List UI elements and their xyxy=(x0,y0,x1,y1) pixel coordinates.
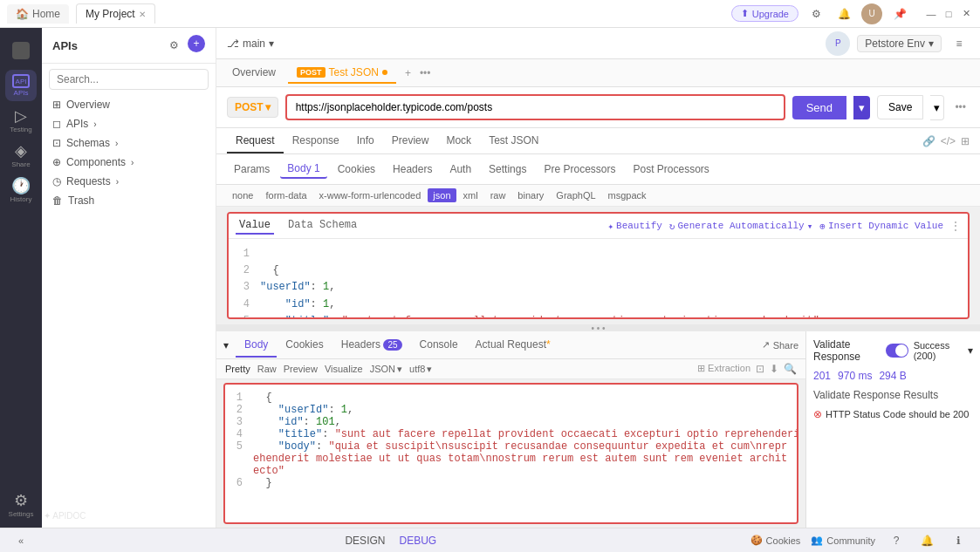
footer-info-icon[interactable]: ℹ xyxy=(949,530,970,551)
tab-add-btn[interactable]: + xyxy=(400,65,416,81)
send-dropdown-button[interactable]: ▾ xyxy=(853,96,870,119)
format-none[interactable]: none xyxy=(227,188,258,202)
url-more-button[interactable]: ••• xyxy=(951,98,970,117)
sidebar-icon-history[interactable]: 🕐 History xyxy=(5,174,37,206)
editor-more[interactable]: ⋮ xyxy=(950,220,961,233)
respfmt-visualize[interactable]: Visualize xyxy=(325,364,363,374)
format-raw[interactable]: raw xyxy=(485,188,511,202)
sidebar-icon-home[interactable] xyxy=(5,35,37,66)
expand-icon[interactable]: ⊞ xyxy=(961,135,970,147)
minimize-btn[interactable]: — xyxy=(924,7,938,21)
subtab-testjson[interactable]: Test JSON xyxy=(480,129,547,153)
footer-community-link[interactable]: 👥 Community xyxy=(811,535,875,546)
sidebar-item-trash[interactable]: 🗑 Trash xyxy=(42,191,216,210)
sidebar-icon-settings[interactable]: ⚙ Settings xyxy=(5,489,37,521)
panel-divider[interactable]: • • • xyxy=(216,324,980,331)
respfmt-pretty[interactable]: Pretty xyxy=(225,364,250,374)
generate-button[interactable]: ↻ Generate Automatically ▾ xyxy=(669,221,812,232)
respfmt-preview[interactable]: Preview xyxy=(284,364,318,374)
resptab-headers[interactable]: Headers 25 xyxy=(332,333,411,358)
close-btn[interactable]: ✕ xyxy=(959,7,973,21)
format-graphql[interactable]: GraphQL xyxy=(551,188,600,202)
notification-icon-btn[interactable]: 🔔 xyxy=(833,3,854,24)
link-icon[interactable]: 🔗 xyxy=(922,135,935,147)
tab-home[interactable]: 🏠 Home xyxy=(7,4,69,24)
footer-cookies-link[interactable]: 🍪 Cookies xyxy=(750,535,801,546)
footer-bell-icon[interactable]: 🔔 xyxy=(917,530,938,551)
footer-collapse-btn[interactable]: « xyxy=(10,530,31,551)
respfmt-utf8[interactable]: utf8 ▾ xyxy=(409,364,432,375)
bodytab-settings[interactable]: Settings xyxy=(482,160,533,178)
subtab-preview[interactable]: Preview xyxy=(383,129,438,153)
format-formdata[interactable]: form-data xyxy=(260,188,312,202)
subtab-request[interactable]: Request xyxy=(227,129,284,153)
url-input[interactable] xyxy=(285,94,785,120)
insert-button[interactable]: ⊕ Insert Dynamic Value xyxy=(819,221,943,232)
respfmt-json[interactable]: JSON ▾ xyxy=(370,364,402,375)
sidebar-item-apis[interactable]: ◻ APIs › xyxy=(42,114,216,133)
maximize-btn[interactable]: □ xyxy=(942,7,956,21)
respfmt-raw[interactable]: Raw xyxy=(257,364,277,374)
bodytab-cookies[interactable]: Cookies xyxy=(331,160,382,178)
bodytab-headers[interactable]: Headers xyxy=(386,160,439,178)
settings-icon-btn[interactable]: ⚙ xyxy=(805,3,826,24)
format-msgpack[interactable]: msgpack xyxy=(603,188,652,202)
tab-testjson[interactable]: POST Test JSON xyxy=(288,63,396,84)
send-button[interactable]: Send xyxy=(792,96,846,119)
save-button[interactable]: Save xyxy=(877,95,923,119)
pin-icon-btn[interactable]: 📌 xyxy=(889,3,910,24)
editortab-value[interactable]: Value xyxy=(236,217,274,235)
footer-nav-debug[interactable]: DEBUG xyxy=(399,535,436,547)
upgrade-button[interactable]: ⬆ Upgrade xyxy=(731,5,798,22)
resptab-body[interactable]: Body xyxy=(236,333,277,358)
resptab-cookies[interactable]: Cookies xyxy=(277,333,332,358)
tab-myproject[interactable]: My Project ✕ xyxy=(76,3,155,24)
footer-nav-design[interactable]: DESIGN xyxy=(345,535,385,547)
share-button[interactable]: ↗ Share xyxy=(755,336,805,354)
toolbar-more-icon[interactable]: ≡ xyxy=(949,33,970,54)
resp-collapse-icon[interactable]: ▾ xyxy=(216,336,236,355)
tab-more-btn[interactable]: ••• xyxy=(420,67,431,79)
format-json[interactable]: json xyxy=(428,188,456,202)
resptab-actualrequest[interactable]: Actual Request* xyxy=(467,333,559,358)
subtab-mock[interactable]: Mock xyxy=(437,129,480,153)
subtab-info[interactable]: Info xyxy=(348,129,383,153)
beautify-button[interactable]: ✦ Beautify xyxy=(607,221,661,232)
search-resp-icon[interactable]: 🔍 xyxy=(784,363,797,375)
code-icon[interactable]: </> xyxy=(941,135,956,147)
sidebar-item-overview[interactable]: ⊞ Overview xyxy=(42,95,216,114)
resptab-console[interactable]: Console xyxy=(411,333,467,358)
footer-help-icon[interactable]: ? xyxy=(886,530,907,551)
editortab-schema[interactable]: Data Schema xyxy=(284,217,360,235)
tab-close-icon[interactable]: ✕ xyxy=(139,10,146,19)
bodytab-postprocessors[interactable]: Post Processors xyxy=(627,160,716,178)
bodytab-auth[interactable]: Auth xyxy=(442,160,478,178)
save-dropdown-button[interactable]: ▾ xyxy=(930,95,944,120)
subtab-response[interactable]: Response xyxy=(284,129,348,153)
branch-selector[interactable]: ⎇ main ▾ xyxy=(227,37,274,50)
bodytab-preprocessors[interactable]: Pre Processors xyxy=(537,160,622,178)
method-selector[interactable]: POST ▾ xyxy=(227,97,278,118)
sidebar-item-components[interactable]: ⊕ Components › xyxy=(42,153,216,172)
sidebar-icon-testing[interactable]: ▷ Testing xyxy=(5,105,37,136)
copy-icon[interactable]: ⊡ xyxy=(756,363,764,375)
sidebar-item-schemas[interactable]: ⊡ Schemas › xyxy=(42,133,216,153)
sidebar-item-requests[interactable]: ◷ Requests › xyxy=(42,172,216,191)
validate-chevron[interactable]: ▾ xyxy=(968,344,973,357)
filter-icon[interactable]: ⚙ xyxy=(163,35,184,56)
format-xml[interactable]: xml xyxy=(458,188,483,202)
tab-overview[interactable]: Overview xyxy=(223,63,284,84)
validate-toggle[interactable] xyxy=(886,344,908,358)
format-urlencoded[interactable]: x-www-form-urlencoded xyxy=(314,188,427,202)
bodytab-body1[interactable]: Body 1 xyxy=(280,160,326,179)
bodytab-params[interactable]: Params xyxy=(227,160,277,178)
sidebar-icon-share[interactable]: ◈ Share xyxy=(5,140,37,171)
download-icon[interactable]: ⬇ xyxy=(770,363,778,375)
env-selector[interactable]: Petstore Env ▾ xyxy=(857,35,942,52)
extraction-icon[interactable]: ⊞ Extraction xyxy=(697,363,750,375)
search-input[interactable] xyxy=(49,69,209,90)
sidebar-icon-apis[interactable]: API APIs xyxy=(5,70,37,101)
format-binary[interactable]: binary xyxy=(512,188,549,202)
avatar[interactable]: U xyxy=(861,3,882,24)
add-icon[interactable]: + xyxy=(188,35,205,52)
